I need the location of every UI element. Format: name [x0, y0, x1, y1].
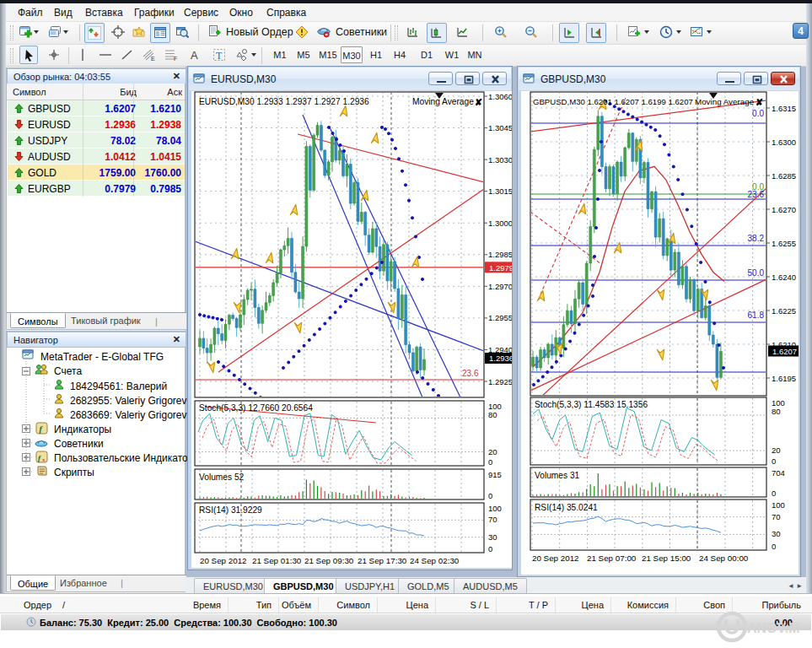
svg-text:0: 0	[772, 542, 776, 551]
svg-text:Moving Average: Moving Average	[412, 97, 474, 106]
svg-text:21 Sep 01:30: 21 Sep 01:30	[252, 556, 302, 565]
svg-text:1.6285: 1.6285	[772, 171, 796, 181]
svg-text:1.2925: 1.2925	[488, 377, 512, 386]
svg-text:70: 70	[488, 515, 497, 524]
svg-text:T: T	[216, 50, 223, 62]
svg-text:F: F	[174, 56, 177, 62]
svg-text:1.3030: 1.3030	[488, 155, 512, 165]
svg-text:1.3000: 1.3000	[488, 219, 512, 228]
svg-text:30: 30	[772, 529, 781, 538]
svg-text:✘: ✘	[756, 97, 763, 107]
svg-text:23.6: 23.6	[748, 190, 765, 199]
svg-text:Stoch(5,3,3) 11.4583 15.1356: Stoch(5,3,3) 11.4583 15.1356	[535, 400, 648, 409]
svg-text:50.0: 50.0	[748, 268, 765, 278]
svg-text:1.6207: 1.6207	[772, 347, 797, 356]
svg-text:1.6300: 1.6300	[772, 138, 796, 147]
svg-text:1.6315: 1.6315	[772, 104, 796, 113]
svg-text:20 Sep 2012: 20 Sep 2012	[200, 556, 247, 565]
svg-text:E: E	[151, 56, 155, 62]
svg-text:1.3045: 1.3045	[488, 123, 512, 132]
svg-text:1.3060: 1.3060	[488, 92, 512, 101]
svg-text:20: 20	[772, 446, 781, 455]
svg-text:70: 70	[772, 512, 781, 521]
svg-text:1.6270: 1.6270	[772, 205, 796, 214]
svg-text:704: 704	[772, 468, 785, 478]
svg-text:80: 80	[488, 410, 497, 419]
svg-text:24 Sep 00:00: 24 Sep 00:00	[699, 554, 749, 563]
svg-text:1.2985: 1.2985	[488, 250, 512, 259]
svg-text:20 Sep 2012: 20 Sep 2012	[532, 554, 579, 563]
svg-text:0: 0	[488, 544, 492, 554]
svg-text:38.2: 38.2	[748, 234, 765, 243]
svg-text:21 Sep 17:30: 21 Sep 17:30	[358, 556, 407, 565]
svg-text:1.2955: 1.2955	[488, 313, 512, 322]
svg-text:0.0: 0.0	[752, 109, 764, 118]
svg-text:1.6195: 1.6195	[772, 374, 796, 383]
svg-text:61.8: 61.8	[748, 310, 765, 320]
svg-text:0: 0	[488, 457, 492, 467]
svg-text:30: 30	[488, 532, 497, 542]
svg-text:Volumes 31: Volumes 31	[535, 471, 580, 480]
svg-text:1.3015: 1.3015	[488, 186, 512, 196]
svg-text:Stoch(5,3,3) 12.7660 20.6564: Stoch(5,3,3) 12.7660 20.6564	[199, 403, 313, 413]
svg-text:1.2970: 1.2970	[488, 282, 512, 291]
svg-text:80: 80	[772, 407, 781, 416]
svg-text:0: 0	[772, 456, 776, 466]
svg-text:EURUSD,M30 1.2933 1.2937 1.29: EURUSD,M30 1.2933 1.2937 1.2927 1.2936	[199, 97, 369, 106]
svg-text:0: 0	[772, 489, 776, 498]
svg-text:21 Sep 07:00: 21 Sep 07:00	[587, 554, 637, 563]
svg-text:RSI(14) 31.9229: RSI(14) 31.9229	[199, 505, 262, 515]
svg-text:RSI(14) 35.0241: RSI(14) 35.0241	[535, 503, 598, 512]
svg-text:1.2936: 1.2936	[489, 354, 512, 363]
svg-text:1.6225: 1.6225	[772, 306, 796, 316]
svg-text:100: 100	[772, 500, 785, 510]
svg-text:21 Sep 15:00: 21 Sep 15:00	[642, 554, 691, 563]
svg-text:20: 20	[488, 447, 497, 456]
svg-text:✘: ✘	[475, 97, 482, 107]
svg-text:915: 915	[488, 470, 502, 479]
svg-text:23.6: 23.6	[462, 369, 479, 378]
svg-text:1.6240: 1.6240	[772, 273, 796, 282]
svg-text:Moving Average: Moving Average	[695, 97, 755, 106]
svg-text:24 Sep 02:30: 24 Sep 02:30	[410, 556, 460, 565]
svg-text:Volumes 52: Volumes 52	[199, 472, 245, 482]
svg-text:GBPUSD,M30 1.6201 1.6207 1.61: GBPUSD,M30 1.6201 1.6207 1.6199 1.6207	[533, 97, 693, 106]
svg-text:21 Sep 09:30: 21 Sep 09:30	[304, 556, 354, 565]
svg-text:A: A	[191, 49, 198, 62]
svg-text:ANOV.M: ANOV.M	[747, 621, 800, 635]
svg-text:1.6255: 1.6255	[772, 239, 796, 248]
svg-text:100: 100	[488, 504, 502, 513]
svg-text:0: 0	[488, 491, 492, 500]
svg-text:1.2979: 1.2979	[489, 263, 512, 273]
